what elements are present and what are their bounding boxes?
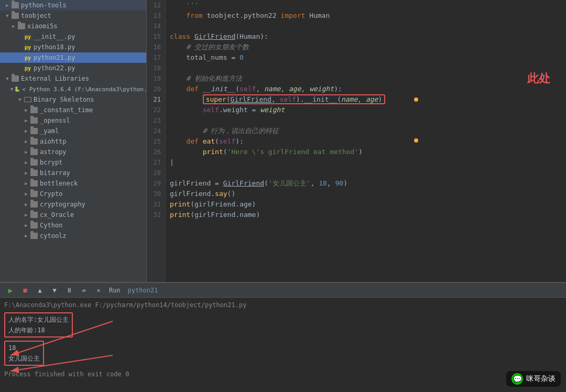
folder-icon bbox=[30, 138, 38, 145]
tree-openssl[interactable]: _openssl bbox=[0, 115, 146, 126]
run-tab-bar: ▶ ■ ▲ ▼ ⏸ ⇌ ✕ Run python21 bbox=[0, 283, 566, 298]
tree-cx-oracle[interactable]: cx_Oracle bbox=[0, 210, 146, 220]
tree-label: < Python 3.6.4 (F:\Anaconda3\python.exe)… bbox=[22, 86, 146, 93]
play-button[interactable]: ▶ bbox=[4, 284, 17, 297]
tree-python-env[interactable]: 🐍 < Python 3.6.4 (F:\Anaconda3\python.ex… bbox=[0, 84, 146, 94]
folder-icon bbox=[30, 128, 38, 134]
tree-toobject[interactable]: toobject bbox=[0, 10, 146, 21]
code-line-18 bbox=[170, 63, 562, 73]
run-tab-file: python21 bbox=[128, 287, 158, 294]
wrap-button[interactable]: ⇌ bbox=[78, 284, 90, 297]
tree-label: __init__.py bbox=[34, 33, 75, 40]
arrow-icon bbox=[17, 55, 23, 61]
tree-label: Cython bbox=[40, 222, 62, 229]
code-line-21: super(GirlFriend, self).__init__(name, a… bbox=[170, 94, 562, 105]
code-line-22: self.weight = weight bbox=[170, 105, 562, 115]
tree-label: aiohttp bbox=[40, 138, 67, 145]
folder-icon bbox=[30, 107, 38, 113]
code-line-26: print('Here \'s girlFriend eat method') bbox=[170, 147, 562, 157]
terminal-line-name2: 女儿国公主 bbox=[8, 353, 40, 364]
line-numbers: 12 13 14 15 16 17 18 19 20 21 22 23 24 2… bbox=[147, 0, 166, 282]
code-editor: 12 13 14 15 16 17 18 19 20 21 22 23 24 2… bbox=[147, 0, 566, 282]
tree-python18[interactable]: py python18.py bbox=[0, 42, 146, 52]
tree-astropy[interactable]: astropy bbox=[0, 147, 146, 157]
code-line-24: # 行为，说出自己的特征 bbox=[170, 126, 562, 136]
folder-icon bbox=[18, 23, 25, 29]
tree-cytoolz[interactable]: cytoolz bbox=[0, 231, 146, 241]
arrow-icon bbox=[17, 96, 23, 103]
arrow-icon bbox=[23, 201, 29, 208]
code-line-31: print(girlFriend.age) bbox=[170, 199, 562, 210]
folder-icon bbox=[12, 2, 19, 8]
arrow-icon bbox=[23, 212, 29, 218]
tree-label: Binary Skeletons bbox=[34, 96, 94, 103]
tree-aiohttp[interactable]: aiohttp bbox=[0, 136, 146, 147]
tree-label: bcrypt bbox=[40, 159, 62, 166]
tree-label: python18.py bbox=[34, 43, 75, 51]
terminal-command: F:\Anaconda3\python.exe F:/pycharm/pytho… bbox=[4, 300, 562, 310]
tree-bottleneck[interactable]: bottleneck bbox=[0, 178, 146, 189]
terminal-process-end: Process finished with exit code 0 bbox=[4, 369, 562, 379]
code-line-29: girlFriend = GirlFriend('女儿国公主', 18, 90) bbox=[170, 178, 562, 189]
tree-label: cytoolz bbox=[40, 232, 67, 239]
tree-python-tools[interactable]: python-tools bbox=[0, 0, 146, 10]
scroll-up-button[interactable]: ▲ bbox=[34, 284, 46, 297]
file-tree[interactable]: python-tools toobject xiaomi5s py __init… bbox=[0, 0, 147, 282]
close-button[interactable]: ✕ bbox=[92, 284, 105, 297]
tree-label: External Libraries bbox=[21, 75, 89, 82]
arrow-icon bbox=[23, 159, 29, 166]
code-line-13: from toobject.python22 import Human bbox=[170, 10, 562, 21]
arrow-icon bbox=[23, 138, 29, 145]
code-line-20: def __init__(self, name, age, weight): bbox=[170, 84, 562, 94]
tree-label: _openssl bbox=[40, 117, 70, 124]
terminal-output-box2: 18 女儿国公主 bbox=[4, 341, 44, 366]
tree-xiaomi5s[interactable]: xiaomi5s bbox=[0, 21, 146, 31]
tree-label: cryptography bbox=[40, 201, 85, 208]
arrow-icon bbox=[23, 180, 29, 187]
tree-crypto[interactable]: Crypto bbox=[0, 189, 146, 199]
tree-bitarray[interactable]: bitarray bbox=[0, 168, 146, 178]
tree-cython[interactable]: Cython bbox=[0, 220, 146, 231]
terminal-line-name: 人的名字:女儿国公主 bbox=[8, 314, 69, 325]
tree-label: Crypto bbox=[40, 190, 62, 198]
tree-external-libs[interactable]: External Libraries bbox=[0, 73, 146, 84]
code-line-12: ''' bbox=[170, 0, 562, 10]
folder-icon bbox=[30, 117, 38, 124]
folder-icon bbox=[30, 170, 38, 176]
stop-button[interactable]: ■ bbox=[19, 284, 31, 297]
code-line-15: class GirlFriend(Human): bbox=[170, 31, 562, 42]
folder-icon bbox=[12, 13, 19, 19]
py-file-icon: py bbox=[24, 64, 31, 72]
folder-icon bbox=[30, 233, 38, 239]
py-file-icon: py bbox=[24, 43, 31, 51]
tree-python22[interactable]: py python22.py bbox=[0, 63, 146, 73]
tree-bcrypt[interactable]: bcrypt bbox=[0, 157, 146, 168]
tree-label: cx_Oracle bbox=[40, 211, 74, 219]
arrow-icon bbox=[23, 107, 29, 113]
tree-cryptography[interactable]: cryptography bbox=[0, 199, 146, 210]
run-controls[interactable]: ▶ ■ ▲ ▼ ⏸ ⇌ ✕ bbox=[4, 284, 105, 297]
py-env-icon: 🐍 bbox=[14, 85, 20, 93]
tree-constant-time[interactable]: _constant_time bbox=[0, 105, 146, 115]
code-line-28 bbox=[170, 168, 562, 178]
code-line-25: def eat(self): bbox=[170, 136, 562, 147]
code-annotation: 此处 bbox=[527, 73, 550, 84]
arrow-icon bbox=[23, 117, 29, 124]
terminal-line-number: 18 bbox=[8, 343, 40, 353]
arrow-icon bbox=[23, 149, 29, 155]
pause-button[interactable]: ⏸ bbox=[63, 284, 75, 297]
code-line-16: # 交过的女朋友个数 bbox=[170, 42, 562, 52]
folder-icon bbox=[30, 222, 38, 228]
tree-yaml[interactable]: _yaml bbox=[0, 126, 146, 136]
arrow-icon bbox=[23, 222, 29, 228]
tree-python21[interactable]: py python21.py bbox=[0, 52, 146, 63]
code-line-32: print(girlFriend.name) bbox=[170, 210, 562, 220]
code-lines: 此处 ''' from toobject.python22 import Hum… bbox=[166, 0, 566, 282]
tree-init-py[interactable]: py __init__.py bbox=[0, 31, 146, 42]
tree-label: _constant_time bbox=[40, 106, 93, 114]
tree-binary-skeletons[interactable]: Binary Skeletons bbox=[0, 94, 146, 105]
scroll-down-button[interactable]: ▼ bbox=[48, 284, 61, 297]
code-line-30: girlFriend.say() bbox=[170, 189, 562, 199]
tree-label: _yaml bbox=[40, 127, 59, 135]
arrow-icon bbox=[23, 233, 29, 239]
